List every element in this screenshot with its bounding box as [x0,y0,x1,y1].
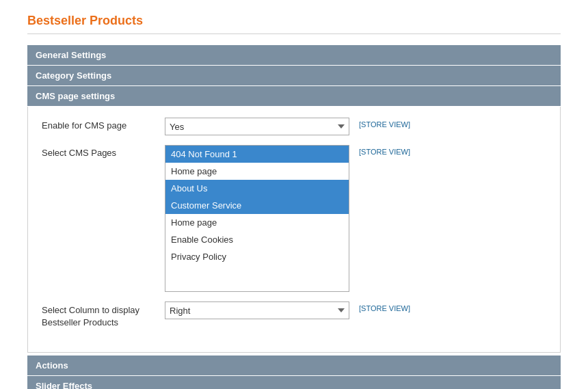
select-column-wrap: Left Right Center [STORE VIEW] [165,301,546,319]
category-settings-header[interactable]: Category Settings [27,66,561,85]
enable-cms-row: Enable for CMS page Yes No [STORE VIEW] [42,118,546,135]
select-cms-pages-label: Select CMS Pages [42,145,165,158]
category-settings-label: Category Settings [36,70,111,81]
column-store-view-link[interactable]: [STORE VIEW] [359,301,410,312]
multiselect-wrapper: 404 Not Found 1 Home page About Us Custo… [165,145,349,292]
cms-settings-header[interactable]: CMS page settings [27,86,561,106]
cms-pages-store-view-link[interactable]: [STORE VIEW] [359,145,410,156]
enable-cms-select[interactable]: Yes No [165,118,349,135]
cms-pages-list[interactable]: 404 Not Found 1 Home page About Us Custo… [165,145,349,292]
actions-label: Actions [36,360,68,371]
select-column-label: Select Column to display Bestseller Prod… [42,301,165,329]
select-cms-pages-row: Select CMS Pages 404 Not Found 1 Home pa… [42,145,546,292]
bottom-sections: Actions Slider Effects [27,356,561,389]
enable-cms-label: Enable for CMS page [42,118,165,131]
enable-cms-control-wrap: Yes No [STORE VIEW] [165,118,546,135]
list-item[interactable]: Home page [165,214,349,231]
list-item[interactable]: Privacy Policy [165,248,349,265]
cms-settings-label: CMS page settings [36,91,115,101]
general-settings-label: General Settings [36,50,106,60]
list-item[interactable]: About Us [165,180,349,197]
select-cms-pages-wrap: 404 Not Found 1 Home page About Us Custo… [165,145,546,292]
select-column-label-line2: Bestseller Products [42,317,118,327]
list-item[interactable]: Customer Service [165,197,349,214]
slider-effects-header[interactable]: Slider Effects [27,376,561,389]
general-settings-header[interactable]: General Settings [27,45,561,65]
actions-header[interactable]: Actions [27,356,561,375]
select-column-select[interactable]: Left Right Center [165,301,349,319]
divider [27,33,561,34]
select-column-row: Select Column to display Bestseller Prod… [42,301,546,329]
slider-effects-label: Slider Effects [36,381,92,389]
list-item[interactable]: Home page [165,163,349,180]
cms-settings-content: Enable for CMS page Yes No [STORE VIEW] … [27,107,561,353]
list-item[interactable]: 404 Not Found 1 [165,146,349,163]
list-item[interactable]: Enable Cookies [165,231,349,248]
select-column-label-line1: Select Column to display [42,305,139,315]
enable-store-view-link[interactable]: [STORE VIEW] [359,118,410,129]
page-title: Bestseller Products [27,14,561,28]
page-wrapper: Bestseller Products General Settings Cat… [0,0,588,389]
